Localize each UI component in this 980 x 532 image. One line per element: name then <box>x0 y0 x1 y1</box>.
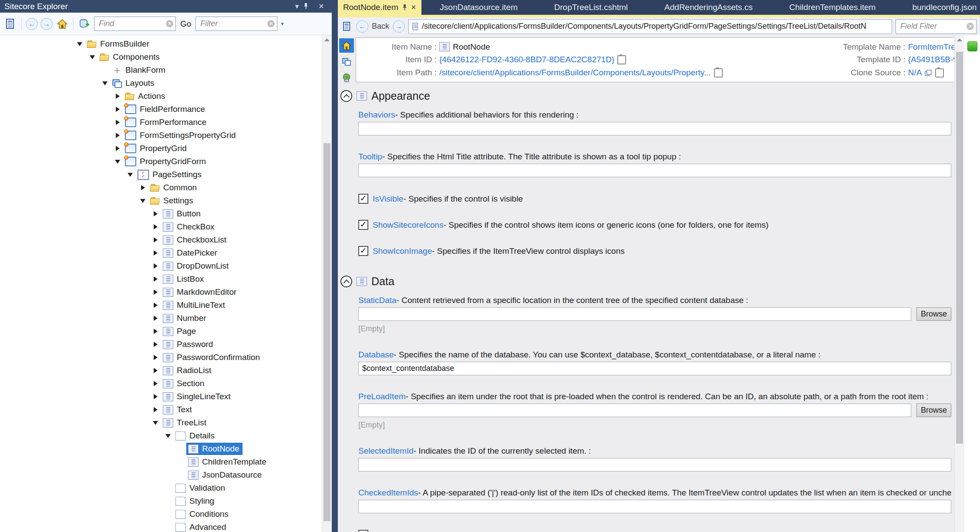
field-name-link[interactable]: CheckedItemIds <box>358 488 418 498</box>
tree-item[interactable]: PageSettings <box>0 168 322 181</box>
expander-icon[interactable] <box>162 434 174 438</box>
tree-item[interactable]: FormSettingsPropertyGrid <box>0 129 322 142</box>
clear-find-icon[interactable]: ✕ <box>166 20 173 27</box>
expander-icon[interactable] <box>112 146 123 151</box>
tree-item[interactable]: FormPerformance <box>0 116 322 129</box>
tree-item[interactable]: CheckboxList <box>0 233 322 246</box>
expander-icon[interactable] <box>150 381 161 386</box>
back-label[interactable]: Back <box>372 22 389 31</box>
tree-item[interactable]: Components <box>0 51 322 64</box>
add-database-icon[interactable] <box>77 17 91 31</box>
tree-item[interactable]: ChildrenTemplate <box>0 455 322 468</box>
tree-item[interactable]: MultiLineText <box>0 299 322 312</box>
tree-item[interactable]: TreeList <box>0 416 322 429</box>
back-icon[interactable]: ← <box>356 20 368 33</box>
goto-icon[interactable] <box>925 70 932 76</box>
field-value-input[interactable] <box>358 307 911 321</box>
tree-item[interactable]: JsonDatasource <box>0 468 322 481</box>
expander-icon[interactable] <box>150 421 161 425</box>
tab-pin-icon[interactable] <box>402 4 407 11</box>
field-name-link[interactable]: ShowIconImage <box>373 246 432 256</box>
expander-icon[interactable] <box>150 303 161 308</box>
browse-button[interactable]: Browse <box>916 307 951 321</box>
tree-item[interactable]: RootNode <box>0 442 322 455</box>
collapse-section-button[interactable] <box>340 90 352 102</box>
find-input[interactable] <box>98 19 164 29</box>
tree-item[interactable]: SingleLineText <box>0 390 322 403</box>
panel-divider[interactable] <box>332 0 338 532</box>
item-path-value[interactable]: /sitecore/client/Applications/FormsBuild… <box>439 68 711 77</box>
copy-icon[interactable] <box>935 68 944 77</box>
tree-item[interactable]: Validation <box>0 481 322 495</box>
expander-icon[interactable] <box>150 407 161 412</box>
tree-item[interactable]: RadioList <box>0 364 322 377</box>
field-value-input[interactable] <box>358 362 951 375</box>
scrollbar-thumb[interactable] <box>956 52 963 444</box>
document-tab[interactable]: AddRenderingAssets.cs ✕ <box>646 0 771 15</box>
document-tab[interactable]: JsonDatasource.item ✕ <box>421 0 535 15</box>
expander-icon[interactable] <box>150 316 161 321</box>
scroll-up-icon[interactable] <box>955 35 964 44</box>
tree-item[interactable]: ListBox <box>0 273 322 286</box>
tree-item[interactable]: Details <box>0 429 322 442</box>
scroll-up-icon[interactable] <box>322 35 332 44</box>
expander-icon[interactable] <box>150 211 161 216</box>
expander-icon[interactable] <box>150 394 161 399</box>
item-editor-icon[interactable] <box>341 20 353 34</box>
tree-item[interactable]: Section <box>0 377 322 390</box>
expander-icon[interactable] <box>137 185 148 190</box>
field-checkbox[interactable] <box>358 530 368 532</box>
address-bar[interactable]: /sitecore/client/Applications/FormsBuild… <box>408 19 892 34</box>
field-checkbox[interactable] <box>358 246 368 256</box>
tree-item[interactable]: FieldPerformance <box>0 103 322 116</box>
field-name-link[interactable]: StaticData <box>358 296 397 305</box>
tree-item[interactable]: BlankForm <box>0 64 322 77</box>
expander-icon[interactable] <box>112 94 123 99</box>
tree-item[interactable]: FormsBuilder <box>0 37 322 51</box>
tree-item[interactable]: Conditions <box>0 508 322 521</box>
tree-item[interactable]: Number <box>0 312 322 325</box>
expander-icon[interactable] <box>112 120 123 125</box>
tab-close-icon[interactable]: ✕ <box>411 3 417 11</box>
tree-item[interactable]: PropertyGrid <box>0 142 322 155</box>
expander-icon[interactable] <box>150 329 161 334</box>
expander-icon[interactable] <box>74 42 85 46</box>
expander-icon[interactable] <box>125 173 136 177</box>
tree-item[interactable]: Text <box>0 403 322 416</box>
expander-icon[interactable] <box>150 224 161 229</box>
field-name-link[interactable]: SelectedItemId <box>358 446 414 456</box>
forward-icon[interactable]: → <box>40 18 53 30</box>
clone-source-value[interactable]: N/A <box>908 68 922 77</box>
back-icon[interactable]: ← <box>26 18 38 30</box>
document-tab[interactable]: DropTreeList.cshtml ✕ <box>536 0 646 15</box>
tree-item[interactable]: Button <box>0 207 322 220</box>
tree-item[interactable]: MarkdownEditor <box>0 286 322 299</box>
expander-icon[interactable] <box>150 355 161 360</box>
field-name-link[interactable]: Tooltip <box>358 152 382 162</box>
field-value-input[interactable] <box>358 404 911 417</box>
field-value-input[interactable] <box>358 500 951 513</box>
collapse-section-button[interactable] <box>340 276 352 287</box>
field-value-input[interactable] <box>358 122 951 135</box>
tree-item[interactable]: Advanced <box>0 521 322 532</box>
expander-icon[interactable] <box>87 55 98 59</box>
scrollbar-thumb[interactable] <box>323 143 330 521</box>
tree-item[interactable]: Page <box>0 325 322 338</box>
home-icon[interactable] <box>55 17 69 31</box>
go-button[interactable]: Go <box>178 19 193 29</box>
document-tab[interactable]: ChildrenTemplates.item ✕ <box>771 0 894 15</box>
tree-item[interactable]: PasswordConfirmation <box>0 351 322 364</box>
home-view-icon[interactable] <box>339 38 354 53</box>
tree-item[interactable]: Layouts <box>0 77 322 90</box>
field-name-link[interactable]: IsVisible <box>373 194 403 204</box>
toolbar-overflow-icon[interactable]: ▾ <box>281 22 284 25</box>
expander-icon[interactable] <box>99 81 111 85</box>
expander-icon[interactable] <box>137 199 148 203</box>
tree-item[interactable]: Styling <box>0 495 322 508</box>
field-value-input[interactable] <box>358 458 951 471</box>
copy-icon[interactable] <box>714 68 723 77</box>
filter-input[interactable] <box>199 19 266 29</box>
field-name-link[interactable]: PreLoadItem <box>358 392 406 401</box>
expander-icon[interactable] <box>150 263 161 269</box>
content-scrollbar[interactable] <box>954 35 964 532</box>
